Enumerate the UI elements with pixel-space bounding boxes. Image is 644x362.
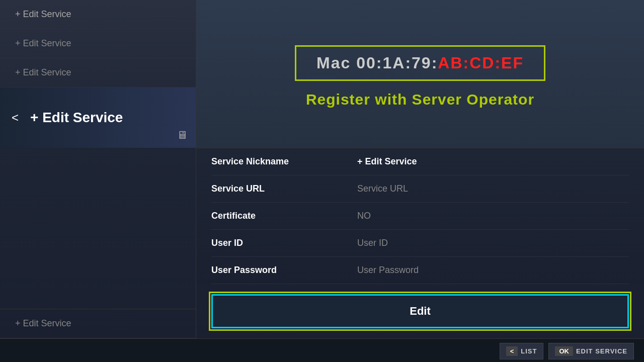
value-nickname: + Edit Service: [357, 156, 417, 167]
label-userid: User ID: [211, 238, 342, 248]
mac-suffix: AB:CD:EF: [438, 54, 524, 72]
sidebar-item-3[interactable]: + Edit Service: [0, 58, 196, 87]
edit-button-container: Edit: [196, 284, 644, 338]
sidebar-item-2[interactable]: + Edit Service: [0, 29, 196, 58]
mac-prefix: Mac 00:1A:79:: [316, 54, 438, 72]
label-certificate: Certificate: [211, 211, 342, 221]
active-item-label: + Edit Service: [30, 110, 196, 126]
list-label: LIST: [521, 347, 537, 355]
value-url: Service URL: [357, 184, 408, 194]
mac-address-box: Mac 00:1A:79:AB:CD:EF: [295, 45, 545, 81]
form-row-nickname: Service Nickname + Edit Service: [211, 148, 629, 175]
sidebar-item-1[interactable]: + Edit Service: [0, 0, 196, 29]
sidebar: + Edit Service + Edit Service + Edit Ser…: [0, 0, 196, 338]
ok-button[interactable]: OK EDIT SERVICE: [548, 343, 634, 359]
form-section: Service Nickname + Edit Service Service …: [196, 148, 644, 284]
form-row-userid: User ID User ID: [211, 230, 629, 257]
sidebar-item-active[interactable]: < + Edit Service 🖥: [0, 87, 196, 148]
list-key: <: [506, 346, 518, 356]
label-password: User Password: [211, 265, 342, 276]
top-section: Mac 00:1A:79:AB:CD:EF Register with Serv…: [196, 0, 644, 148]
form-row-url: Service URL Service URL: [211, 175, 629, 203]
value-userid: User ID: [357, 238, 388, 248]
sidebar-item-5[interactable]: + Edit Service: [0, 309, 196, 338]
content-area: Mac 00:1A:79:AB:CD:EF Register with Serv…: [196, 0, 644, 338]
ok-label: EDIT SERVICE: [576, 347, 627, 355]
register-text: Register with Server Operator: [306, 91, 534, 108]
label-nickname: Service Nickname: [211, 156, 342, 167]
bottom-bar: < LIST OK EDIT SERVICE: [0, 338, 644, 362]
form-row-password: User Password User Password: [211, 257, 629, 284]
monitor-icon: 🖥: [177, 129, 188, 142]
form-row-certificate: Certificate NO: [211, 203, 629, 230]
value-password: User Password: [357, 265, 419, 276]
ok-key: OK: [555, 346, 573, 356]
edit-button[interactable]: Edit: [211, 294, 629, 328]
back-arrow-button[interactable]: <: [0, 87, 30, 148]
main-layout: + Edit Service + Edit Service + Edit Ser…: [0, 0, 644, 338]
list-button[interactable]: < LIST: [500, 343, 544, 359]
label-url: Service URL: [211, 184, 342, 194]
value-certificate: NO: [357, 211, 371, 221]
